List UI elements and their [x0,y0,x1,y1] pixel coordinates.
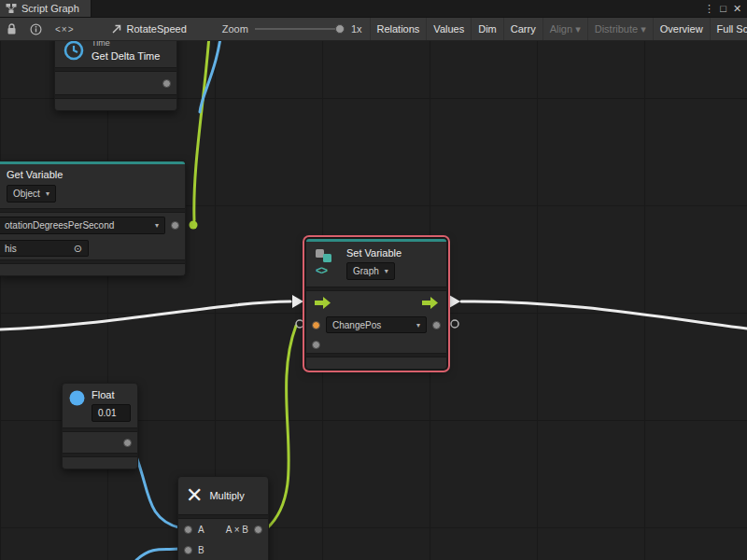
set-variable-icon: <> [314,247,340,281]
close-icon[interactable]: ✕ [730,0,744,17]
dim-button[interactable]: Dim [471,18,503,40]
zoom-slider-knob[interactable] [335,24,345,34]
chevron-down-icon: ▾ [416,319,420,331]
value-output-port[interactable] [432,321,441,329]
node-set-variable[interactable]: <> Set Variable Graph ▾ [305,238,447,370]
variable-name-dropdown[interactable]: ChangePos ▾ [326,316,427,333]
tab-script-graph[interactable]: Script Graph [0,0,92,17]
full-screen-button[interactable]: Full Screen [710,18,747,40]
port-label-result: A × B [226,525,248,535]
lock-icon[interactable] [0,18,23,40]
wire-flow-in [0,301,290,329]
tab-title: Script Graph [21,3,79,14]
variable-name-label: ChangePos [332,319,381,331]
value-output-ring[interactable] [451,320,458,328]
chevron-down-icon: ▾ [385,265,388,277]
variable-name-dropdown[interactable]: otationDegreesPerSecond ▾ [0,217,165,234]
object-target-field[interactable]: his ⊙ [0,240,89,257]
node-title: Float [92,389,114,401]
tab-bar: Script Graph ⋮ □ ✕ [0,0,747,18]
object-target-label: his [5,243,17,255]
node-get-variable[interactable]: Get Variable Object ▾ otationDegreesPerS… [0,161,186,276]
scope-label: Graph [353,265,379,277]
kebab-menu-icon[interactable]: ⋮ [702,0,716,17]
multiply-icon: ✕ [186,484,203,507]
zoom-label: Zoom [222,23,248,35]
node-footer [55,99,176,110]
port-label-a: A [198,525,204,535]
variable-scope-dropdown[interactable]: Object ▾ [7,185,56,203]
node-title: Multiply [209,490,244,502]
align-dropdown-button[interactable]: Align ▾ [543,18,587,40]
float-icon [68,389,86,407]
wire-blue-top [200,41,222,112]
graph-name: RotateSpeed [127,23,187,35]
script-graph-asset-icon [111,23,122,35]
flow-input-arrow[interactable] [292,295,303,308]
multiply-input-b-port[interactable] [184,546,192,554]
node-footer [0,264,185,275]
node-surtitle: Time [92,41,110,48]
wire-green-top [194,41,210,220]
script-graph-window: Script Graph ⋮ □ ✕ <×> [0,0,747,560]
float-output-port[interactable] [123,439,132,447]
extra-input-port[interactable] [312,341,320,349]
zoom-slider-track[interactable] [255,28,345,30]
wire-bottom-to-multiply-b [136,549,179,560]
variable-scope-dropdown[interactable]: Graph ▾ [346,262,395,280]
flow-output-arrow[interactable] [449,295,460,308]
code-icon: <> [316,264,327,277]
node-footer [306,357,446,369]
delta-time-output-port[interactable] [162,79,171,88]
zoom-slider[interactable] [255,22,345,35]
node-title: Get Delta Time [92,50,160,63]
value-input-ring[interactable] [296,320,303,328]
chevron-down-icon: ▾ [46,188,49,200]
multiply-input-a-port[interactable] [184,525,192,534]
toolbar-buttons: Relations Values Dim Carry Align ▾ Distr… [370,18,747,40]
graph-canvas[interactable]: Time Get Delta Time Get Variable Object … [0,41,747,560]
node-title: Set Variable [346,247,402,259]
distribute-dropdown-button[interactable]: Distribute ▾ [587,18,653,40]
flow-output-port[interactable] [422,297,438,309]
zoom-control: Zoom 1x [215,22,370,35]
maximize-icon[interactable]: □ [716,0,730,17]
chevron-down-icon: ▾ [155,219,159,231]
window-controls: ⋮ □ ✕ [702,0,747,17]
values-button[interactable]: Values [426,18,471,40]
inspector-info-icon[interactable] [23,18,49,40]
relations-button[interactable]: Relations [370,18,427,40]
node-multiply[interactable]: ✕ Multiply A A × B B [177,476,269,560]
clock-icon [63,41,85,62]
node-title: Get Variable [7,169,63,181]
node-float[interactable]: Float 0.01 [62,383,138,469]
node-footer [63,457,137,469]
wire-flow-out [461,301,747,329]
graph-toolbar: <×> RotateSpeed Zoom 1x Relations Values… [0,18,747,41]
graph-icon [6,3,17,14]
green-port-dot[interactable] [190,221,198,230]
value-input-port[interactable] [312,321,320,329]
float-value-field[interactable]: 0.01 [92,404,131,422]
scope-label: Object [13,188,40,200]
overview-button[interactable]: Overview [653,18,710,40]
flow-input-port[interactable] [315,297,331,309]
port-label-b: B [198,545,204,555]
variable-name-label: otationDegreesPerSecond [5,219,114,231]
zoom-value: 1x [351,23,362,35]
multiply-output-port[interactable] [254,525,262,534]
wire-float-to-multiply-a [131,443,181,528]
wire-multiply-to-setvariable [267,326,296,528]
code-toggle-icon[interactable]: <×> [49,18,81,40]
breadcrumb[interactable]: RotateSpeed [104,23,194,35]
node-get-delta-time[interactable]: Time Get Delta Time [54,41,177,111]
object-picker-icon[interactable]: ⊙ [74,243,82,255]
get-variable-output-port[interactable] [171,221,179,230]
carry-button[interactable]: Carry [503,18,543,40]
